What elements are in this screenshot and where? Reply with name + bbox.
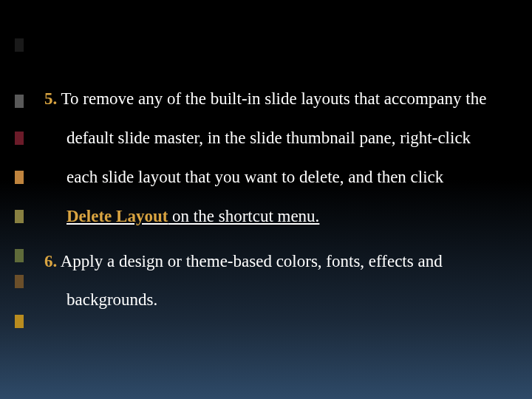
- accent-stripe: [15, 95, 24, 108]
- accent-stripe: [15, 275, 24, 288]
- accent-stripe: [15, 171, 24, 184]
- item5-number: 5.: [44, 89, 57, 108]
- accent-stripe: [15, 210, 24, 223]
- item6-text: Apply a design or theme-based colors, fo…: [61, 252, 443, 310]
- accent-stripe: [15, 38, 24, 52]
- slide: 5. To remove any of the built-in slide l…: [0, 0, 532, 399]
- item5-text-part2: on the shortcut menu.: [168, 207, 319, 225]
- body-text: 5. To remove any of the built-in slide l…: [44, 80, 488, 320]
- item5-text-part1: To remove any of the built-in slide layo…: [61, 89, 487, 186]
- accent-stripe: [15, 249, 24, 262]
- item5-bold: Delete Layout: [66, 207, 168, 225]
- list-item-6: 6. Apply a design or theme-based colors,…: [44, 242, 488, 321]
- item5-line: 5. To remove any of the built-in slide l…: [44, 80, 488, 236]
- item6-number: 6.: [44, 252, 57, 270]
- accent-stripe: [15, 132, 24, 145]
- list-item-5: 5. To remove any of the built-in slide l…: [44, 80, 488, 236]
- item6-line: 6. Apply a design or theme-based colors,…: [44, 242, 488, 321]
- accent-stripe: [15, 315, 24, 328]
